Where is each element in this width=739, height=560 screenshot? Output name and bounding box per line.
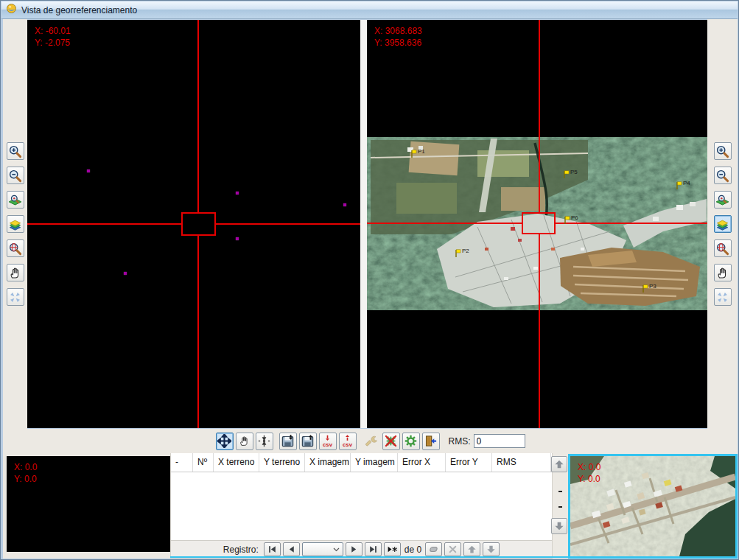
reference-preview: X: 0.0 Y: 0.0 <box>7 456 170 552</box>
new-record-button[interactable] <box>384 542 401 556</box>
fit-view-button[interactable] <box>7 288 24 306</box>
delete-record-icon <box>448 545 458 554</box>
column-header: Error X <box>398 453 446 472</box>
column-header: Nº <box>193 453 214 472</box>
first-record-button[interactable] <box>264 542 281 556</box>
flag-label: P5 <box>570 169 578 175</box>
crosshair-center-box <box>181 212 216 236</box>
pan-icon <box>8 266 22 280</box>
flag-label: P1 <box>418 148 425 155</box>
import-csv-button[interactable]: csv <box>339 433 357 450</box>
zoom-region-button[interactable] <box>7 191 24 209</box>
pan-tool-button[interactable] <box>236 433 253 450</box>
zoom-extent-button[interactable] <box>7 239 24 257</box>
center-point-icon <box>257 434 271 448</box>
control-point[interactable] <box>124 272 127 275</box>
zoom-extent-icon <box>8 242 22 256</box>
save-button[interactable] <box>279 433 297 450</box>
coordinate-y: Y: -2.075 <box>35 38 71 49</box>
reference-map-view[interactable]: X: -60.01 Y: -2.075 <box>27 20 360 428</box>
coordinate-x: X: -60.01 <box>35 26 71 38</box>
record-navigation: Registro: de 0 <box>171 540 552 558</box>
record-selector[interactable] <box>302 542 343 556</box>
center-point-button[interactable] <box>256 433 273 450</box>
export-csv-button[interactable]: csv <box>319 433 337 450</box>
fit-view-button[interactable] <box>714 288 732 306</box>
control-point-flag[interactable]: P4 <box>676 181 690 190</box>
coordinate-y: Y: 0.0 <box>578 474 600 486</box>
zoom-in-icon <box>715 144 729 158</box>
zoom-in-button[interactable] <box>714 142 732 160</box>
control-point[interactable] <box>236 237 239 240</box>
window-title: Vista de georreferenciamento <box>21 5 137 15</box>
georeferencing-window: Vista de georreferenciamento X: -60.01 Y… <box>0 0 739 560</box>
fit-view-icon <box>715 290 729 304</box>
zoom-in-button[interactable] <box>7 142 24 160</box>
tools-icon <box>364 434 378 448</box>
app-icon <box>6 3 17 17</box>
row-dash <box>558 506 562 508</box>
coordinate-y: Y: 3958.636 <box>374 38 422 49</box>
rms-label: RMS: <box>449 436 471 447</box>
record-down-button[interactable] <box>483 542 500 556</box>
chevron-down-icon <box>333 547 340 552</box>
delete-record-button[interactable] <box>444 542 461 556</box>
layers-button[interactable] <box>7 215 24 233</box>
tools-button[interactable] <box>363 433 380 450</box>
record-label: Registro: <box>223 545 259 555</box>
control-point[interactable] <box>236 192 239 195</box>
bottom-panel: X: 0.0 Y: 0.0 -NºX terrenoY terrenoX ima… <box>3 453 738 559</box>
move-point-button[interactable] <box>216 433 234 450</box>
flag-label: P2 <box>462 248 469 254</box>
crosshair-horizontal-right <box>556 223 707 224</box>
control-point[interactable] <box>87 169 90 172</box>
fit-view-icon <box>8 290 22 304</box>
zoom-region-button[interactable] <box>714 191 732 209</box>
settings-button[interactable] <box>402 433 420 450</box>
title-bar[interactable]: Vista de georreferenciamento <box>1 1 738 19</box>
crosshair-horizontal-right <box>216 223 360 225</box>
control-point-flag[interactable]: P6 <box>564 216 578 225</box>
prev-record-button[interactable] <box>283 542 300 556</box>
delete-points-button[interactable] <box>382 433 400 450</box>
image-map-view[interactable]: X: 3068.683 Y: 3958.636 P1 P5 P4 P6 P2 P… <box>367 20 707 428</box>
flag-label: P4 <box>683 180 690 186</box>
scroll-down-button[interactable] <box>551 518 567 534</box>
svg-text:csv: csv <box>343 441 353 448</box>
map-divider <box>360 20 367 428</box>
control-point-flag[interactable]: P3 <box>642 284 656 293</box>
scroll-up-button[interactable] <box>551 456 567 472</box>
coordinate-x: X: 0.0 <box>14 462 37 474</box>
flag-label: P6 <box>571 214 578 221</box>
load-button[interactable] <box>299 433 317 450</box>
column-header: Error Y <box>446 453 492 472</box>
column-header: RMS <box>492 453 551 472</box>
zoom-extent-button[interactable] <box>714 239 732 257</box>
zoom-out-button[interactable] <box>714 167 732 184</box>
record-count: de 0 <box>404 545 421 555</box>
control-point[interactable] <box>343 203 346 206</box>
exit-icon <box>424 434 438 448</box>
column-header: - <box>171 453 193 472</box>
crosshair-vertical-bottom <box>539 234 540 428</box>
right-map-toolbar <box>707 19 738 429</box>
control-point-flag[interactable]: P2 <box>455 249 469 258</box>
control-point-flag[interactable]: P1 <box>410 150 425 158</box>
exit-button[interactable] <box>422 433 440 450</box>
zoom-out-icon <box>715 169 729 183</box>
control-point-flag[interactable]: P5 <box>563 170 578 179</box>
column-header: X imagem <box>305 453 351 472</box>
layers-button[interactable] <box>714 215 732 233</box>
rms-input[interactable] <box>474 434 525 448</box>
last-record-button[interactable] <box>365 542 382 556</box>
zoom-out-button[interactable] <box>7 167 24 184</box>
image-preview: X: 0.0 Y: 0.0 <box>568 454 738 559</box>
edit-record-button[interactable] <box>425 542 442 556</box>
crosshair-horizontal-left <box>27 223 181 225</box>
pan-button[interactable] <box>714 264 732 281</box>
column-header: X terreno <box>214 453 259 472</box>
table-header-row: -NºX terrenoY terrenoX imagemY imagemErr… <box>171 453 552 472</box>
pan-button[interactable] <box>7 264 24 281</box>
next-record-button[interactable] <box>346 542 363 556</box>
record-up-button[interactable] <box>463 542 480 556</box>
